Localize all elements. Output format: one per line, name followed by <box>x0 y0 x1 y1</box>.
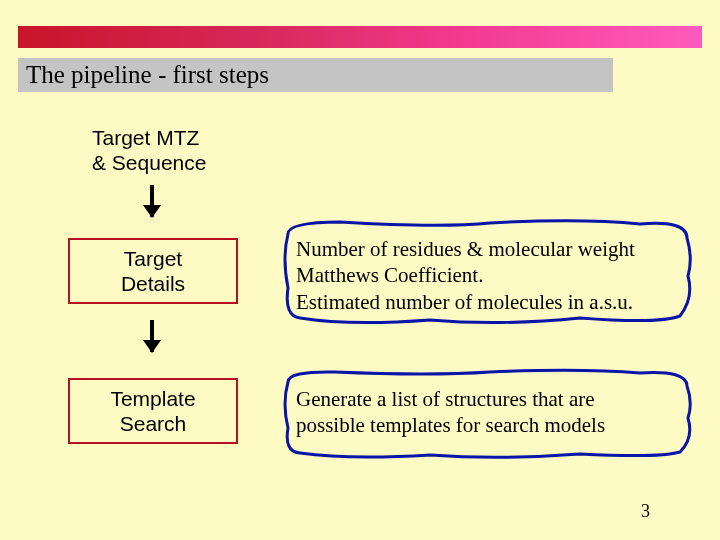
step1-line2: Details <box>121 272 185 295</box>
arrow-down-icon <box>150 320 154 352</box>
callout-target-details: Number of residues & molecular weight Ma… <box>280 218 695 326</box>
arrow-down-icon <box>150 185 154 217</box>
input-label: Target MTZ & Sequence <box>92 125 206 175</box>
callout1-line1: Number of residues & molecular weight <box>296 237 635 261</box>
input-line1: Target MTZ <box>92 126 199 149</box>
callout2-line2: possible templates for search models <box>296 413 605 437</box>
slide-title: The pipeline - first steps <box>26 61 269 89</box>
callout2-line1: Generate a list of structures that are <box>296 387 595 411</box>
accent-bar <box>18 26 702 48</box>
input-line2: & Sequence <box>92 151 206 174</box>
callout1-line2: Matthews Coefficient. <box>296 263 483 287</box>
step-template-search: Template Search <box>68 378 238 444</box>
step2-line1: Template <box>110 387 195 410</box>
callout-template-search: Generate a list of structures that are p… <box>280 368 695 460</box>
step2-line2: Search <box>120 412 187 435</box>
step1-line1: Target <box>124 247 182 270</box>
callout1-line3: Estimated number of molecules in a.s.u. <box>296 290 633 314</box>
slide-title-bar: The pipeline - first steps <box>18 58 613 92</box>
step-target-details: Target Details <box>68 238 238 304</box>
page-number: 3 <box>641 501 650 522</box>
